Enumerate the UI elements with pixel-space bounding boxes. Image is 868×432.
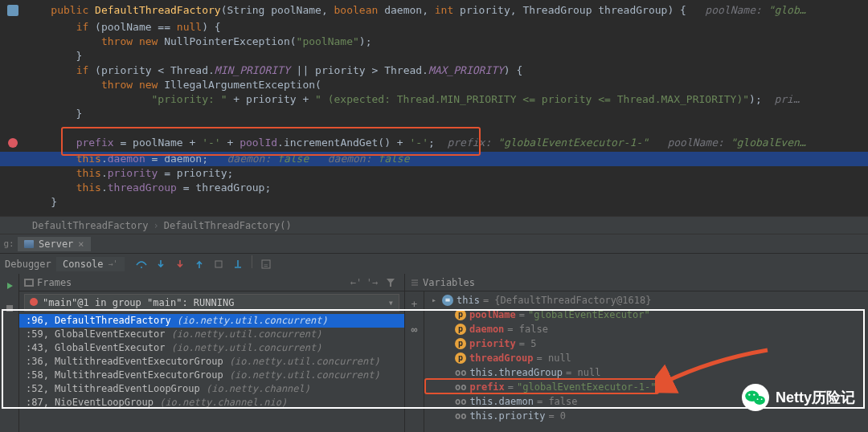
code-line[interactable]: this.threadGroup = threadGroup; bbox=[0, 181, 868, 195]
expand-icon[interactable]: ▸ bbox=[429, 293, 439, 308]
frames-header-label: Frames bbox=[37, 277, 72, 288]
variable-row[interactable]: ooprefix = "globalEventExecutor-1-" bbox=[428, 380, 657, 394]
inline-watch-icon[interactable]: ∞ bbox=[406, 320, 424, 338]
code-line[interactable]: throw new NullPointerException("poolName… bbox=[0, 35, 868, 49]
frames-icon bbox=[24, 279, 34, 287]
code-line[interactable]: if (poolName == null) { bbox=[0, 20, 868, 35]
variables-header-label: Variables bbox=[423, 277, 475, 288]
variable-row[interactable]: oothis.threadGroup = null bbox=[428, 365, 657, 380]
code-line[interactable]: "priority: " + priority + " (expected: T… bbox=[0, 92, 868, 107]
debug-toolbar: Debugger Console →' = bbox=[0, 253, 868, 274]
breadcrumb-item[interactable]: DefaultThreadFactory bbox=[32, 220, 149, 231]
wechat-icon bbox=[742, 384, 769, 411]
code-line[interactable]: if (priority < Thread.MIN_PRIORITY || pr… bbox=[0, 63, 868, 78]
variable-row[interactable]: pdaemon = false bbox=[428, 322, 657, 336]
prev-frame-icon[interactable]: ←' bbox=[350, 274, 362, 291]
stack-frame[interactable]: :52, MultithreadEventLoopGroup (io.netty… bbox=[19, 382, 404, 396]
breadcrumb: DefaultThreadFactory › DefaultThreadFact… bbox=[0, 216, 868, 234]
svg-rect-6 bbox=[26, 280, 32, 285]
stack-frame[interactable]: :87, NioEventLoopGroup (io.netty.channel… bbox=[19, 396, 404, 410]
thread-selector[interactable]: "main"@1 in group "main": RUNNING ▾ bbox=[24, 294, 399, 312]
stack-frame[interactable]: :96, DefaultThreadFactory (io.netty.util… bbox=[19, 314, 404, 328]
step-into-icon[interactable] bbox=[152, 255, 170, 273]
code-line[interactable]: this.daemon = daemon; daemon: false daem… bbox=[0, 152, 868, 166]
svg-point-14 bbox=[753, 393, 755, 395]
thread-status-icon bbox=[30, 298, 38, 306]
variable-row[interactable]: oothis.daemon = false bbox=[428, 394, 657, 409]
svg-rect-1 bbox=[215, 261, 222, 267]
code-line[interactable]: } bbox=[0, 49, 868, 63]
step-over-icon[interactable] bbox=[133, 255, 150, 273]
inline-watch-badge-icon: oo bbox=[455, 409, 466, 423]
parameter-badge-icon: p bbox=[455, 338, 466, 349]
variable-row[interactable]: oothis.priority = 0 bbox=[428, 409, 657, 423]
code-line[interactable]: prefix = poolName + '-' + poolId.increme… bbox=[0, 136, 868, 152]
tab-debugger[interactable]: Debugger bbox=[0, 259, 56, 270]
close-icon[interactable]: × bbox=[78, 238, 84, 250]
run-tab-label: Server bbox=[39, 238, 73, 250]
stack-frame[interactable]: :43, GlobalEventExecutor (io.netty.util.… bbox=[19, 341, 404, 355]
frames-list[interactable]: :96, DefaultThreadFactory (io.netty.util… bbox=[19, 314, 404, 410]
svg-point-12 bbox=[754, 396, 765, 405]
svg-rect-4 bbox=[6, 305, 13, 312]
run-tab-bar: g: Server × bbox=[0, 234, 868, 253]
force-step-into-icon[interactable] bbox=[171, 255, 189, 273]
code-line[interactable]: } bbox=[0, 195, 868, 210]
tab-console[interactable]: Console →' bbox=[56, 257, 125, 271]
next-frame-icon[interactable]: '→ bbox=[366, 274, 379, 291]
svg-point-0 bbox=[141, 267, 142, 268]
svg-point-16 bbox=[761, 398, 763, 400]
drop-frame-icon[interactable] bbox=[210, 255, 227, 273]
chevron-down-icon: ▾ bbox=[388, 297, 394, 308]
stack-frame[interactable]: :59, GlobalEventExecutor (io.netty.util.… bbox=[19, 328, 404, 341]
rerun-icon[interactable] bbox=[1, 277, 18, 295]
inline-watch-badge-icon: oo bbox=[455, 365, 466, 380]
code-editor[interactable]: public DefaultThreadFactory(String poolN… bbox=[0, 0, 868, 216]
wechat-text: Netty历险记 bbox=[776, 388, 855, 407]
run-tab-server[interactable]: Server × bbox=[18, 237, 91, 251]
console-tab-label: Console bbox=[63, 259, 104, 270]
variables-tree[interactable]: ▸=this = {DefaultThreadFactory@1618}ppoo… bbox=[424, 291, 661, 432]
breadcrumb-separator: › bbox=[154, 220, 159, 231]
code-line[interactable]: public DefaultThreadFactory(String poolN… bbox=[0, 3, 868, 20]
thread-dump-icon[interactable] bbox=[1, 300, 18, 317]
stack-frame[interactable]: :58, MultithreadEventExecutorGroup (io.n… bbox=[19, 369, 404, 382]
evaluate-expression-icon[interactable]: = bbox=[257, 255, 275, 273]
svg-text:=: = bbox=[264, 261, 268, 269]
variable-row[interactable]: ▸=this = {DefaultThreadFactory@1618} bbox=[428, 293, 657, 308]
run-to-cursor-icon[interactable] bbox=[229, 255, 247, 273]
svg-point-15 bbox=[757, 398, 759, 400]
inline-watch-badge-icon: oo bbox=[455, 394, 466, 409]
run-config-icon bbox=[24, 240, 34, 248]
thread-label: "main"@1 in group "main": RUNNING bbox=[43, 297, 234, 308]
parameter-badge-icon: p bbox=[455, 309, 466, 320]
breakpoint-icon[interactable] bbox=[8, 138, 18, 148]
inline-watch-badge-icon: oo bbox=[455, 380, 466, 394]
variable-row[interactable]: ppoolName = "globalEventExecutor" bbox=[428, 308, 657, 322]
filter-icon[interactable] bbox=[382, 274, 399, 291]
code-line[interactable]: this.priority = priority; bbox=[0, 166, 868, 181]
variable-row[interactable]: ppriority = 5 bbox=[428, 336, 657, 351]
code-line[interactable]: throw new IllegalArgumentException( bbox=[0, 78, 868, 92]
step-out-icon[interactable] bbox=[190, 255, 208, 273]
code-line[interactable] bbox=[0, 121, 868, 136]
frames-panel: Frames ←' '→ "main"@1 in group "main": R… bbox=[19, 274, 405, 432]
parameter-badge-icon: p bbox=[455, 324, 466, 335]
variables-icon bbox=[410, 279, 420, 287]
this-badge-icon: = bbox=[442, 295, 453, 306]
tool-window-label: g: bbox=[0, 238, 18, 249]
new-watch-icon[interactable]: + bbox=[406, 295, 424, 312]
code-line[interactable]: } bbox=[0, 107, 868, 121]
parameter-badge-icon: p bbox=[455, 353, 466, 364]
method-marker-icon[interactable] bbox=[7, 5, 18, 16]
svg-point-13 bbox=[748, 393, 750, 395]
wechat-watermark: Netty历险记 bbox=[742, 384, 855, 411]
console-output-icon: →' bbox=[108, 259, 118, 268]
stack-frame[interactable]: :36, MultithreadEventExecutorGroup (io.n… bbox=[19, 355, 404, 369]
breadcrumb-item[interactable]: DefaultThreadFactory() bbox=[164, 220, 292, 231]
variable-row[interactable]: pthreadGroup = null bbox=[428, 351, 657, 365]
